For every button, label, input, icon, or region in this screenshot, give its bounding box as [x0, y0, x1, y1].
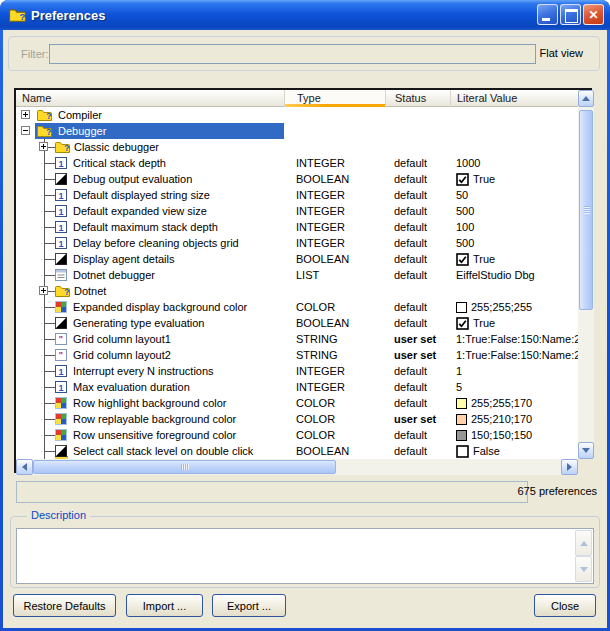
pref-row[interactable]: 1Default maximum stack depthINTEGERdefau…: [16, 219, 578, 235]
pref-type: COLOR: [284, 427, 385, 443]
pref-row[interactable]: 1Critical stack depthINTEGERdefault1000: [16, 155, 578, 171]
close-window-button[interactable]: [583, 4, 604, 25]
pref-type: STRING: [284, 347, 385, 363]
maximize-button[interactable]: [560, 4, 581, 25]
pref-row[interactable]: 1Default expanded view sizeINTEGERdefaul…: [16, 203, 578, 219]
grid-vertical-scrollbar[interactable]: [578, 90, 594, 459]
scroll-up-arrow[interactable]: [578, 90, 594, 107]
pref-row[interactable]: Display agent detailsBOOLEANdefaultTrue: [16, 251, 578, 267]
pref-value-text: 50: [456, 187, 468, 203]
pref-value-text: False: [473, 443, 500, 459]
name-cell: Select call stack level on double click: [16, 443, 284, 459]
horizontal-scroll-thumb[interactable]: [33, 460, 336, 474]
string-icon: ": [55, 349, 67, 361]
export-button[interactable]: Export ...: [212, 594, 286, 617]
pref-row[interactable]: "Grid column layout2STRINGuser set1:True…: [16, 347, 578, 363]
pref-row[interactable]: Select call stack level on double clickB…: [16, 443, 578, 459]
tree-folder-row[interactable]: ?Classic debugger: [16, 139, 578, 155]
vertical-scroll-thumb[interactable]: [579, 110, 593, 310]
pref-type: BOOLEAN: [284, 251, 385, 267]
pref-literal-value: True: [450, 171, 578, 187]
pref-row[interactable]: Row highlight background colorCOLORdefau…: [16, 395, 578, 411]
expander-minus-icon[interactable]: [21, 126, 30, 135]
pref-row[interactable]: 1Default displayed string sizeINTEGERdef…: [16, 187, 578, 203]
pref-status: user set: [385, 331, 450, 347]
expander-plus-icon[interactable]: [39, 286, 48, 295]
pref-type: COLOR: [284, 411, 385, 427]
restore-defaults-button[interactable]: Restore Defaults: [13, 594, 116, 617]
titlebar-buttons: [535, 4, 604, 25]
list-icon: [55, 269, 67, 281]
name-cell: Generating type evaluation: [16, 315, 284, 331]
titlebar[interactable]: ? Preferences: [0, 0, 610, 30]
column-header-literal-value[interactable]: Literal Value: [450, 90, 578, 107]
checkbox-checked-icon[interactable]: [456, 253, 469, 266]
integer-icon: 1: [55, 365, 67, 377]
tree-folder-row[interactable]: ?Debugger: [16, 123, 578, 139]
folder-question-icon: ?: [55, 285, 70, 297]
pref-literal-value: 500: [450, 203, 578, 219]
pref-type: LIST: [284, 267, 385, 283]
preferences-window: ? Preferences Filter: Flat view Name Typ…: [0, 0, 610, 631]
grid-horizontal-scrollbar[interactable]: [16, 459, 578, 475]
name-cell: Dotnet debugger: [16, 267, 284, 283]
pref-type: COLOR: [284, 299, 385, 315]
pref-row[interactable]: Dotnet debuggerLISTdefaultEiffelStudio D…: [16, 267, 578, 283]
pref-name: Max evaluation duration: [73, 379, 190, 395]
column-header-status[interactable]: Status: [385, 90, 450, 107]
description-scrollbar[interactable]: [575, 530, 592, 582]
pref-row[interactable]: Row replayable background colorCOLORuser…: [16, 411, 578, 427]
pref-literal-value: 100: [450, 219, 578, 235]
name-cell: ?Compiler: [16, 107, 284, 123]
pref-row[interactable]: Row unsensitive foreground colorCOLORdef…: [16, 427, 578, 443]
close-button[interactable]: Close: [534, 594, 596, 617]
expander-plus-icon[interactable]: [39, 142, 48, 151]
scroll-left-arrow[interactable]: [16, 459, 33, 475]
scroll-down-arrow[interactable]: [578, 442, 594, 459]
column-header-type[interactable]: Type: [284, 90, 385, 107]
pref-status: default: [385, 299, 450, 315]
tree-folder-row[interactable]: ?Dotnet: [16, 283, 578, 299]
tree-folder-row[interactable]: ?Compiler: [16, 107, 578, 123]
description-scroll-down-arrow[interactable]: [575, 556, 592, 582]
scroll-right-arrow[interactable]: [561, 459, 578, 475]
column-header-name[interactable]: Name: [16, 90, 284, 107]
pref-row[interactable]: Expanded display background colorCOLORde…: [16, 299, 578, 315]
filter-input[interactable]: [49, 44, 536, 64]
pref-status: default: [385, 203, 450, 219]
pref-value-text: True: [473, 251, 495, 267]
pref-type: INTEGER: [284, 219, 385, 235]
preferences-count: 675 preferences: [518, 485, 598, 497]
pref-row[interactable]: Debug output evaluationBOOLEANdefaultTru…: [16, 171, 578, 187]
pref-value-text: True: [473, 315, 495, 331]
description-text[interactable]: [16, 528, 594, 584]
svg-text:1: 1: [58, 223, 63, 233]
pref-row[interactable]: 1Max evaluation durationINTEGERdefault5: [16, 379, 578, 395]
pref-type: BOOLEAN: [284, 171, 385, 187]
pref-row[interactable]: Generating type evaluationBOOLEANdefault…: [16, 315, 578, 331]
import-button[interactable]: Import ...: [126, 594, 203, 617]
pref-row[interactable]: "Grid column layout1STRINGuser set1:True…: [16, 331, 578, 347]
pref-literal-value: 50: [450, 187, 578, 203]
pref-name: Dotnet debugger: [73, 267, 155, 283]
pref-row[interactable]: 1Delay before cleaning objects gridINTEG…: [16, 235, 578, 251]
expander-plus-icon[interactable]: [21, 110, 30, 119]
name-cell: 1Max evaluation duration: [16, 379, 284, 395]
pref-name: Generating type evaluation: [73, 315, 204, 331]
pref-value-text: 500: [456, 235, 474, 251]
svg-text:": ": [59, 350, 63, 360]
filter-group: Filter: Flat view: [8, 36, 600, 71]
minimize-button[interactable]: [537, 4, 558, 25]
pref-row[interactable]: 1Interrupt every N instructionsINTEGERde…: [16, 363, 578, 379]
filter-label: Filter:: [21, 46, 49, 63]
pref-status: default: [385, 187, 450, 203]
checkbox-checked-icon[interactable]: [456, 173, 469, 186]
svg-text:": ": [59, 334, 63, 344]
checkbox-checked-icon[interactable]: [456, 317, 469, 330]
name-cell: "Grid column layout2: [16, 347, 284, 363]
description-scroll-up-arrow[interactable]: [575, 530, 592, 556]
flat-view-button[interactable]: Flat view: [540, 47, 583, 59]
checkbox-unchecked-icon[interactable]: [456, 445, 469, 458]
boolean-icon: [55, 445, 67, 457]
pref-type: INTEGER: [284, 235, 385, 251]
